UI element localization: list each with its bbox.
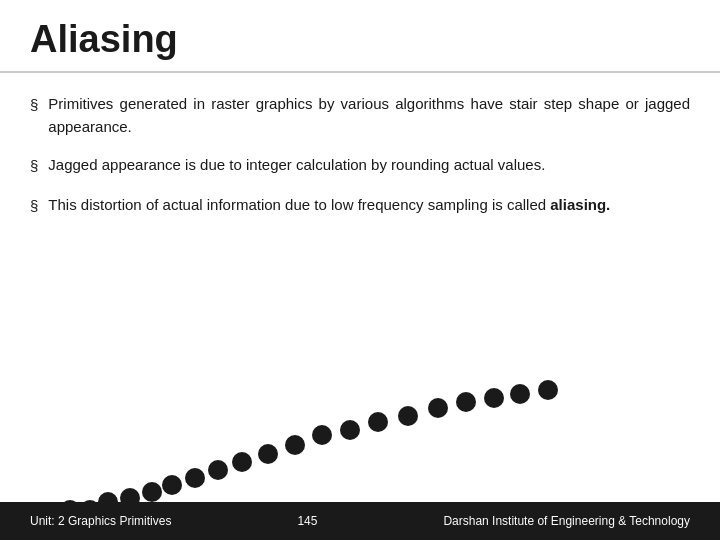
footer: Unit: 2 Graphics Primitives 145 Darshan …: [0, 502, 720, 540]
bullet-text-2: Jagged appearance is due to integer calc…: [48, 154, 690, 177]
title-bar: Aliasing: [0, 0, 720, 73]
footer-unit-label: Unit:: [30, 514, 55, 528]
footer-unit-value: 2 Graphics Primitives: [58, 514, 171, 528]
slide-title: Aliasing: [30, 18, 690, 61]
bullet-text-3-normal: This distortion of actual information du…: [48, 196, 550, 213]
bullet-item-1: § Primitives generated in raster graphic…: [30, 93, 690, 138]
bullet-item-3: § This distortion of actual information …: [30, 194, 690, 218]
bullet-symbol-1: §: [30, 94, 38, 117]
bullet-symbol-3: §: [30, 195, 38, 218]
slide-container: Aliasing § Primitives generated in raste…: [0, 0, 720, 540]
content-area: § Primitives generated in raster graphic…: [0, 83, 720, 375]
footer-unit: Unit: 2 Graphics Primitives: [30, 514, 171, 528]
bullet-text-3: This distortion of actual information du…: [48, 194, 690, 217]
bullet-text-1: Primitives generated in raster graphics …: [48, 93, 690, 138]
bullet-list: § Primitives generated in raster graphic…: [30, 93, 690, 217]
footer-page-number: 145: [297, 514, 317, 528]
bullet-item-2: § Jagged appearance is due to integer ca…: [30, 154, 690, 178]
bullet-symbol-2: §: [30, 155, 38, 178]
bullet-text-3-bold: aliasing.: [550, 196, 610, 213]
footer-institution: Darshan Institute of Engineering & Techn…: [443, 514, 690, 528]
